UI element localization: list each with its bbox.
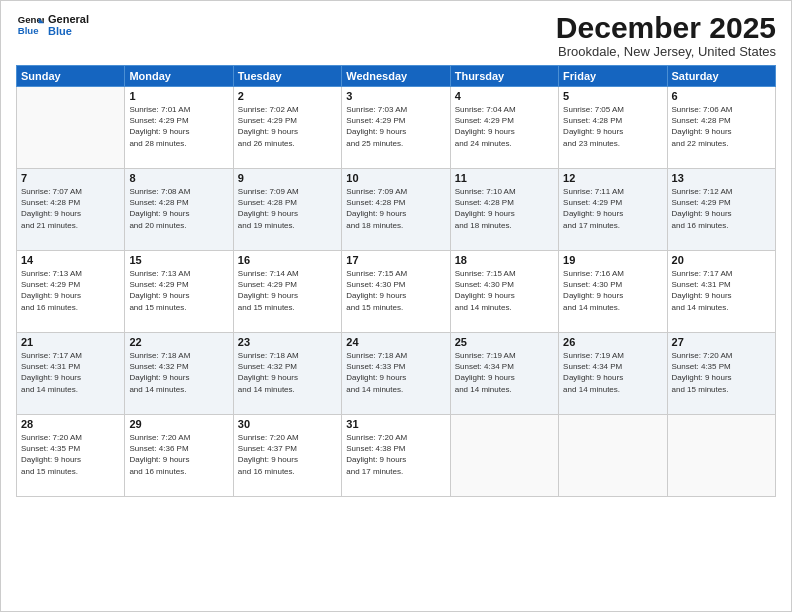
calendar-week-row: 1Sunrise: 7:01 AMSunset: 4:29 PMDaylight… (17, 87, 776, 169)
day-info: Sunrise: 7:06 AMSunset: 4:28 PMDaylight:… (672, 104, 771, 149)
logo-line2: Blue (48, 25, 89, 37)
table-cell: 16Sunrise: 7:14 AMSunset: 4:29 PMDayligh… (233, 251, 341, 333)
col-sunday: Sunday (17, 66, 125, 87)
day-number: 31 (346, 418, 445, 430)
table-cell: 10Sunrise: 7:09 AMSunset: 4:28 PMDayligh… (342, 169, 450, 251)
calendar-week-row: 14Sunrise: 7:13 AMSunset: 4:29 PMDayligh… (17, 251, 776, 333)
table-cell: 27Sunrise: 7:20 AMSunset: 4:35 PMDayligh… (667, 333, 775, 415)
calendar-week-row: 21Sunrise: 7:17 AMSunset: 4:31 PMDayligh… (17, 333, 776, 415)
day-info: Sunrise: 7:13 AMSunset: 4:29 PMDaylight:… (129, 268, 228, 313)
table-cell: 22Sunrise: 7:18 AMSunset: 4:32 PMDayligh… (125, 333, 233, 415)
table-cell (559, 415, 667, 497)
day-number: 23 (238, 336, 337, 348)
day-number: 16 (238, 254, 337, 266)
day-info: Sunrise: 7:14 AMSunset: 4:29 PMDaylight:… (238, 268, 337, 313)
logo-line1: General (48, 13, 89, 25)
day-number: 18 (455, 254, 554, 266)
day-info: Sunrise: 7:12 AMSunset: 4:29 PMDaylight:… (672, 186, 771, 231)
month-title: December 2025 (556, 11, 776, 44)
table-cell: 24Sunrise: 7:18 AMSunset: 4:33 PMDayligh… (342, 333, 450, 415)
calendar-week-row: 28Sunrise: 7:20 AMSunset: 4:35 PMDayligh… (17, 415, 776, 497)
calendar-header-row: Sunday Monday Tuesday Wednesday Thursday… (17, 66, 776, 87)
col-friday: Friday (559, 66, 667, 87)
day-info: Sunrise: 7:15 AMSunset: 4:30 PMDaylight:… (455, 268, 554, 313)
table-cell: 1Sunrise: 7:01 AMSunset: 4:29 PMDaylight… (125, 87, 233, 169)
logo: General Blue General Blue (16, 11, 89, 39)
day-number: 27 (672, 336, 771, 348)
day-info: Sunrise: 7:10 AMSunset: 4:28 PMDaylight:… (455, 186, 554, 231)
day-info: Sunrise: 7:20 AMSunset: 4:35 PMDaylight:… (672, 350, 771, 395)
day-number: 11 (455, 172, 554, 184)
day-info: Sunrise: 7:15 AMSunset: 4:30 PMDaylight:… (346, 268, 445, 313)
day-number: 13 (672, 172, 771, 184)
day-info: Sunrise: 7:01 AMSunset: 4:29 PMDaylight:… (129, 104, 228, 149)
table-cell: 23Sunrise: 7:18 AMSunset: 4:32 PMDayligh… (233, 333, 341, 415)
day-number: 15 (129, 254, 228, 266)
day-number: 6 (672, 90, 771, 102)
day-number: 8 (129, 172, 228, 184)
day-info: Sunrise: 7:08 AMSunset: 4:28 PMDaylight:… (129, 186, 228, 231)
table-cell (667, 415, 775, 497)
col-monday: Monday (125, 66, 233, 87)
day-info: Sunrise: 7:20 AMSunset: 4:37 PMDaylight:… (238, 432, 337, 477)
day-info: Sunrise: 7:09 AMSunset: 4:28 PMDaylight:… (346, 186, 445, 231)
day-number: 22 (129, 336, 228, 348)
day-number: 14 (21, 254, 120, 266)
day-info: Sunrise: 7:04 AMSunset: 4:29 PMDaylight:… (455, 104, 554, 149)
day-number: 24 (346, 336, 445, 348)
col-tuesday: Tuesday (233, 66, 341, 87)
day-number: 10 (346, 172, 445, 184)
day-number: 3 (346, 90, 445, 102)
table-cell: 21Sunrise: 7:17 AMSunset: 4:31 PMDayligh… (17, 333, 125, 415)
day-number: 30 (238, 418, 337, 430)
day-info: Sunrise: 7:16 AMSunset: 4:30 PMDaylight:… (563, 268, 662, 313)
day-info: Sunrise: 7:17 AMSunset: 4:31 PMDaylight:… (21, 350, 120, 395)
day-info: Sunrise: 7:18 AMSunset: 4:32 PMDaylight:… (238, 350, 337, 395)
calendar-week-row: 7Sunrise: 7:07 AMSunset: 4:28 PMDaylight… (17, 169, 776, 251)
table-cell: 20Sunrise: 7:17 AMSunset: 4:31 PMDayligh… (667, 251, 775, 333)
title-block: December 2025 Brookdale, New Jersey, Uni… (556, 11, 776, 59)
day-number: 5 (563, 90, 662, 102)
table-cell: 25Sunrise: 7:19 AMSunset: 4:34 PMDayligh… (450, 333, 558, 415)
table-cell: 31Sunrise: 7:20 AMSunset: 4:38 PMDayligh… (342, 415, 450, 497)
table-cell: 5Sunrise: 7:05 AMSunset: 4:28 PMDaylight… (559, 87, 667, 169)
day-number: 26 (563, 336, 662, 348)
table-cell: 11Sunrise: 7:10 AMSunset: 4:28 PMDayligh… (450, 169, 558, 251)
table-cell: 30Sunrise: 7:20 AMSunset: 4:37 PMDayligh… (233, 415, 341, 497)
day-info: Sunrise: 7:18 AMSunset: 4:32 PMDaylight:… (129, 350, 228, 395)
table-cell: 3Sunrise: 7:03 AMSunset: 4:29 PMDaylight… (342, 87, 450, 169)
table-cell: 7Sunrise: 7:07 AMSunset: 4:28 PMDaylight… (17, 169, 125, 251)
table-cell (450, 415, 558, 497)
day-info: Sunrise: 7:20 AMSunset: 4:36 PMDaylight:… (129, 432, 228, 477)
col-wednesday: Wednesday (342, 66, 450, 87)
table-cell (17, 87, 125, 169)
day-number: 1 (129, 90, 228, 102)
day-info: Sunrise: 7:07 AMSunset: 4:28 PMDaylight:… (21, 186, 120, 231)
day-number: 12 (563, 172, 662, 184)
day-number: 29 (129, 418, 228, 430)
day-number: 25 (455, 336, 554, 348)
day-number: 9 (238, 172, 337, 184)
day-number: 21 (21, 336, 120, 348)
day-number: 7 (21, 172, 120, 184)
table-cell: 12Sunrise: 7:11 AMSunset: 4:29 PMDayligh… (559, 169, 667, 251)
table-cell: 17Sunrise: 7:15 AMSunset: 4:30 PMDayligh… (342, 251, 450, 333)
table-cell: 13Sunrise: 7:12 AMSunset: 4:29 PMDayligh… (667, 169, 775, 251)
day-info: Sunrise: 7:19 AMSunset: 4:34 PMDaylight:… (563, 350, 662, 395)
page-header: General Blue General Blue December 2025 … (16, 11, 776, 59)
logo-icon: General Blue (16, 11, 44, 39)
day-info: Sunrise: 7:11 AMSunset: 4:29 PMDaylight:… (563, 186, 662, 231)
svg-text:Blue: Blue (18, 25, 39, 36)
day-info: Sunrise: 7:05 AMSunset: 4:28 PMDaylight:… (563, 104, 662, 149)
calendar-table: Sunday Monday Tuesday Wednesday Thursday… (16, 65, 776, 497)
table-cell: 19Sunrise: 7:16 AMSunset: 4:30 PMDayligh… (559, 251, 667, 333)
day-number: 20 (672, 254, 771, 266)
table-cell: 8Sunrise: 7:08 AMSunset: 4:28 PMDaylight… (125, 169, 233, 251)
table-cell: 9Sunrise: 7:09 AMSunset: 4:28 PMDaylight… (233, 169, 341, 251)
day-info: Sunrise: 7:09 AMSunset: 4:28 PMDaylight:… (238, 186, 337, 231)
table-cell: 14Sunrise: 7:13 AMSunset: 4:29 PMDayligh… (17, 251, 125, 333)
table-cell: 2Sunrise: 7:02 AMSunset: 4:29 PMDaylight… (233, 87, 341, 169)
day-number: 2 (238, 90, 337, 102)
day-info: Sunrise: 7:13 AMSunset: 4:29 PMDaylight:… (21, 268, 120, 313)
day-info: Sunrise: 7:03 AMSunset: 4:29 PMDaylight:… (346, 104, 445, 149)
